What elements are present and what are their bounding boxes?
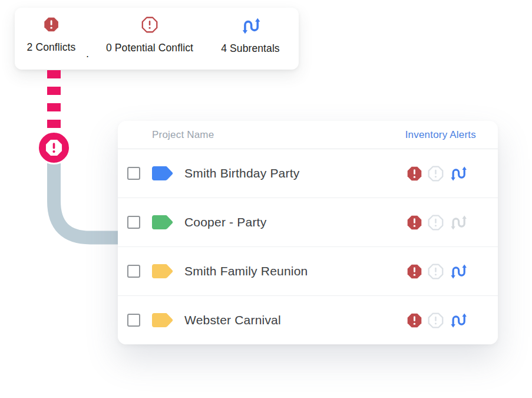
canvas: 2 Conflicts . 0 Potential Conflict 4 Sub… [0,0,532,398]
inventory-alerts-group [407,165,467,182]
conflicts-count-label: 2 Conflicts [27,41,76,54]
potential-conflict-alert-icon[interactable] [428,313,444,328]
conflict-octagon-icon [44,17,60,32]
connector-dash [47,70,61,78]
stat-separator-dot: . [86,48,89,60]
potential-conflict-octagon-icon [141,17,158,33]
project-name: Webster Carnival [184,313,407,327]
inventory-alerts-group [407,312,467,329]
subrental-arrows-icon [240,17,261,35]
potential-conflicts-count-label: 0 Potential Conflict [106,42,193,54]
potential-conflict-alert-icon[interactable] [428,215,444,231]
project-tag-icon [152,166,174,180]
table-body: Smith Birthday Party Cooper - Party [118,149,498,344]
conflict-alert-icon[interactable] [407,215,422,231]
table-row[interactable]: Smith Birthday Party [118,149,498,198]
project-tag-icon [152,313,174,327]
row-checkbox[interactable] [127,167,140,180]
conflict-alert-icon[interactable] [407,313,422,328]
potential-conflicts-stat: 0 Potential Conflict [106,17,193,54]
subrental-alert-icon[interactable] [449,165,467,182]
inventory-alerts-group [407,263,467,280]
connector-dash [47,103,61,111]
alerts-summary-card: 2 Conflicts . 0 Potential Conflict 4 Sub… [15,8,299,70]
alert-octagon-icon [45,139,63,157]
inventory-alerts-group [407,214,467,231]
table-header: Project Name Inventory Alerts [118,121,498,149]
column-header-project-name: Project Name [152,129,214,141]
subrentals-count-label: 4 Subrentals [221,42,279,55]
subrental-alert-icon[interactable] [449,312,467,329]
projects-table-card: Project Name Inventory Alerts Smith Birt… [118,121,498,344]
connector-dash [47,87,61,95]
alert-marker-badge [37,131,71,165]
subrental-alert-icon[interactable] [449,214,467,231]
project-name: Smith Family Reunion [184,264,407,278]
conflict-alert-icon[interactable] [407,166,422,182]
table-row[interactable]: Webster Carnival [118,296,498,344]
project-tag-icon [152,264,174,278]
subrentals-stat: 4 Subrentals [221,17,279,55]
subrental-alert-icon[interactable] [449,263,467,280]
table-row[interactable]: Smith Family Reunion [118,247,498,296]
project-name: Smith Birthday Party [184,166,407,180]
row-checkbox[interactable] [127,314,140,327]
project-name: Cooper - Party [184,215,407,229]
column-header-inventory-alerts[interactable]: Inventory Alerts [405,129,476,141]
connector-dash [47,120,61,128]
potential-conflict-alert-icon[interactable] [428,166,444,182]
conflict-alert-icon[interactable] [407,264,422,279]
potential-conflict-alert-icon[interactable] [428,264,444,279]
conflicts-stat: 2 Conflicts [27,17,76,54]
dashed-connector-line [47,70,61,136]
row-checkbox[interactable] [127,216,140,229]
row-checkbox[interactable] [127,265,140,278]
project-tag-icon [152,215,174,229]
table-row[interactable]: Cooper - Party [118,198,498,247]
